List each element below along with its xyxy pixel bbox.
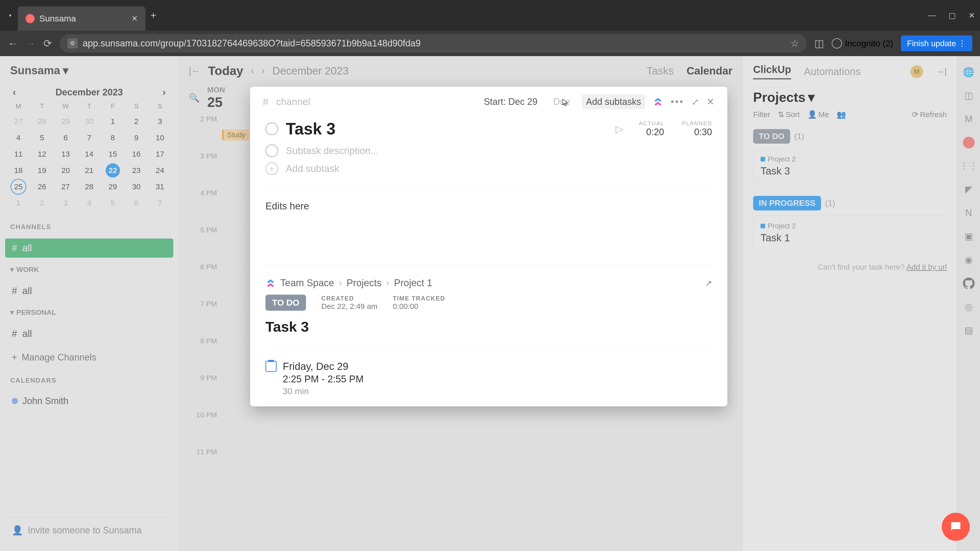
calendar-day[interactable]: 21 [82, 163, 96, 178]
rail-github-icon[interactable] [963, 278, 975, 289]
refresh-button[interactable]: ⟳ Refresh [912, 110, 947, 119]
search-icon[interactable]: 🔍 [189, 93, 200, 103]
rail-panel-icon[interactable]: ◫ [963, 90, 975, 102]
prev-month-button[interactable]: ‹ [13, 87, 16, 98]
calendar-day[interactable]: 4 [11, 130, 25, 145]
calendar-day[interactable]: 7 [82, 130, 96, 145]
calendar-day[interactable]: 6 [129, 196, 143, 210]
calendar-day[interactable]: 20 [59, 163, 73, 178]
subtask-checkbox[interactable] [266, 144, 278, 157]
rail-gmail-icon[interactable]: M [963, 113, 975, 125]
planned-value[interactable]: 0:30 [682, 127, 712, 138]
user-avatar[interactable]: M [910, 65, 923, 78]
calendar-day[interactable]: 18 [11, 163, 25, 178]
status-todo-pill[interactable]: TO DO [753, 129, 790, 144]
back-button[interactable]: ← [8, 38, 18, 49]
close-tab-icon[interactable]: ✕ [131, 14, 138, 23]
calendar-day[interactable]: 25 [11, 179, 25, 194]
close-modal-icon[interactable]: ✕ [706, 96, 714, 107]
rail-target-icon[interactable]: ◎ [963, 301, 975, 313]
prev-day-button[interactable]: ‹ [251, 65, 254, 76]
work-section-toggle[interactable]: ▾ WORK [5, 263, 173, 276]
task-card-task1[interactable]: Project 2 Task 1 [753, 216, 947, 250]
collapse-sidebar-icon[interactable]: |← [189, 65, 200, 76]
calendar-day[interactable]: 24 [153, 163, 167, 178]
calendar-day[interactable]: 1 [106, 114, 120, 129]
calendar-day[interactable]: 9 [129, 130, 143, 145]
address-bar[interactable]: ⚙ app.sunsama.com/group/1703182764469638… [60, 34, 807, 52]
calendar-day[interactable]: 10 [153, 130, 167, 145]
reload-button[interactable]: ⟳ [43, 38, 52, 49]
calendar-day[interactable]: 11 [11, 147, 25, 161]
tab-clickup[interactable]: ClickUp [753, 64, 791, 79]
calendar-day[interactable]: 29 [59, 114, 73, 129]
channel-all-active[interactable]: # all [5, 238, 173, 258]
calendar-day[interactable]: 3 [59, 196, 73, 210]
clickup-icon[interactable] [653, 97, 663, 107]
more-options-icon[interactable]: ••• [671, 97, 684, 107]
calendar-day[interactable]: 15 [106, 147, 120, 161]
calendar-day[interactable]: 19 [35, 163, 49, 178]
calendar-day[interactable]: 4 [82, 196, 96, 210]
next-day-button[interactable]: › [262, 65, 265, 76]
calendar-day[interactable]: 30 [82, 114, 96, 129]
rail-archive-icon[interactable]: ▤ [963, 324, 975, 336]
site-settings-icon[interactable]: ⚙ [67, 38, 78, 48]
calendar-day[interactable]: 3 [153, 114, 167, 129]
calendar-user[interactable]: John Smith [5, 392, 173, 410]
subtask-description-input[interactable]: Subtask description... [286, 145, 379, 156]
calendar-day[interactable]: 17 [153, 147, 167, 161]
clickup-breadcrumb[interactable]: Team Space › Projects › Project 1 ↗ [266, 278, 712, 289]
calendar-day[interactable]: 16 [129, 147, 143, 161]
bookmark-star-icon[interactable]: ☆ [791, 38, 799, 49]
start-date-button[interactable]: Start: Dec 29 [480, 94, 542, 109]
task-title-input[interactable]: Task 3 [286, 119, 608, 138]
calendar-day[interactable]: 27 [11, 114, 25, 129]
sort-button[interactable]: ⇅Sort [778, 110, 800, 119]
complete-task-checkbox[interactable] [266, 122, 278, 135]
calendar-day[interactable]: 14 [82, 147, 96, 161]
calendar-day[interactable]: 28 [35, 114, 49, 129]
add-subtask-icon[interactable]: + [266, 162, 278, 175]
incognito-indicator[interactable]: Incognito (2) [832, 38, 893, 48]
calendar-day[interactable]: 29 [106, 179, 120, 194]
calendar-day[interactable]: 6 [59, 130, 73, 145]
next-month-button[interactable]: › [162, 87, 165, 98]
rail-sunsama-icon[interactable] [963, 137, 975, 148]
calendar-day[interactable]: 30 [129, 179, 143, 194]
start-timer-button[interactable]: ▷ [616, 123, 624, 135]
calendar-day[interactable]: 23 [129, 163, 143, 178]
finish-update-button[interactable]: Finish update ⋮ [901, 35, 972, 51]
rail-linear-icon[interactable]: ◤ [963, 184, 975, 195]
calendar-day[interactable]: 28 [82, 179, 96, 194]
manage-channels-button[interactable]: + Manage Channels [5, 348, 173, 366]
channel-personal-all[interactable]: # all [5, 324, 173, 343]
filter-button[interactable]: Filter [753, 110, 770, 119]
status-inprogress-pill[interactable]: IN PROGRESS [753, 196, 821, 210]
expand-panel-icon[interactable]: →| [936, 67, 947, 76]
linked-status-pill[interactable]: TO DO [266, 295, 306, 311]
calendar-day[interactable]: 7 [153, 196, 167, 210]
calendar-day[interactable]: 13 [59, 147, 73, 161]
workspace-switcher[interactable]: Sunsama ▾ [5, 64, 173, 77]
calendar-day[interactable]: 8 [106, 130, 120, 145]
task-card-task3[interactable]: Project 2 Task 3 [753, 149, 947, 183]
today-label[interactable]: Today [208, 64, 243, 78]
me-filter-button[interactable]: 👤Me [808, 110, 829, 119]
add-by-url-link[interactable]: Add it by url [907, 263, 947, 271]
rail-asana-icon[interactable]: ⋮⋮ [963, 160, 975, 172]
actual-value[interactable]: 0:20 [639, 127, 664, 138]
tab-tasks[interactable]: Tasks [646, 65, 674, 77]
calendar-day[interactable]: 26 [35, 179, 49, 194]
invite-link[interactable]: 👤 Invite someone to Sunsama [5, 517, 173, 543]
minimize-icon[interactable]: — [928, 11, 936, 20]
mini-calendar[interactable]: MTWTFSS272829301234567891011121314151617… [8, 100, 171, 210]
calendar-day[interactable]: 12 [35, 147, 49, 161]
open-external-icon[interactable]: ↗ [705, 278, 712, 288]
rail-notion-icon[interactable]: N [963, 207, 975, 219]
add-subtasks-button[interactable]: Add subtasks [582, 94, 645, 109]
expand-modal-icon[interactable]: ⤢ [692, 97, 699, 107]
add-subtask-button[interactable]: Add subtask [286, 163, 339, 174]
side-panel-icon[interactable]: ◫ [815, 38, 824, 49]
rail-basecamp-icon[interactable]: ◉ [963, 254, 975, 266]
